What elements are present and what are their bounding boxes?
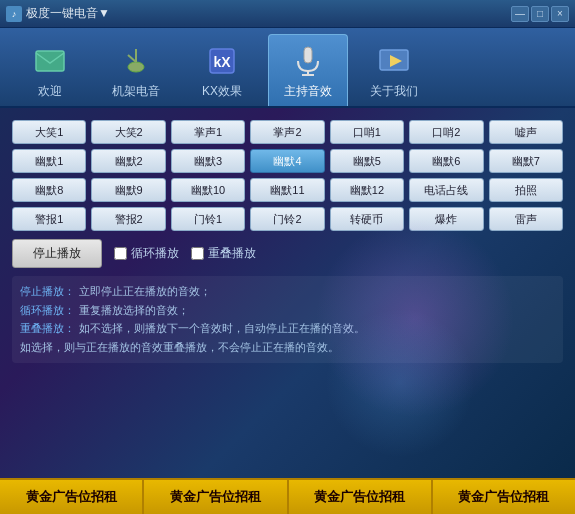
sound-btn-26[interactable]: 爆炸 xyxy=(409,207,483,231)
desc-line: 重叠播放：如不选择，则播放下一个音效时，自动停止正在播的音效。 xyxy=(20,319,555,338)
sound-btn-19[interactable]: 电话占线 xyxy=(409,178,483,202)
ad-item-3[interactable]: 黄金广告位招租 xyxy=(433,480,575,514)
kx-label: KX效果 xyxy=(202,83,242,100)
svg-rect-0 xyxy=(36,51,64,71)
desc-text: 如不选择，则播放下一个音效时，自动停止正在播的音效。 xyxy=(79,319,365,338)
desc-text: 立即停止正在播放的音效； xyxy=(79,282,211,301)
sound-grid: 大笑1大笑2掌声1掌声2口哨1口哨2嘘声幽默1幽默2幽默3幽默4幽默5幽默6幽默… xyxy=(12,120,563,231)
sound-btn-1[interactable]: 大笑2 xyxy=(91,120,165,144)
sound-btn-25[interactable]: 转硬币 xyxy=(330,207,404,231)
nav-tab-kx[interactable]: kXKX效果 xyxy=(182,34,262,106)
sound-btn-0[interactable]: 大笑1 xyxy=(12,120,86,144)
nav-tab-about[interactable]: 关于我们 xyxy=(354,34,434,106)
sound-btn-11[interactable]: 幽默5 xyxy=(330,149,404,173)
nav-tab-welcome[interactable]: 欢迎 xyxy=(10,34,90,106)
sound-btn-5[interactable]: 口哨2 xyxy=(409,120,483,144)
title-bar-left: ♪ 极度一键电音▼ xyxy=(6,5,110,22)
repeat-label[interactable]: 重叠播放 xyxy=(191,245,256,262)
desc-label: 重叠播放： xyxy=(20,319,75,338)
sound-btn-8[interactable]: 幽默2 xyxy=(91,149,165,173)
desc-label: 循环播放： xyxy=(20,301,75,320)
sound-btn-6[interactable]: 嘘声 xyxy=(489,120,563,144)
sound-btn-15[interactable]: 幽默9 xyxy=(91,178,165,202)
about-label: 关于我们 xyxy=(370,83,418,100)
sound-btn-4[interactable]: 口哨1 xyxy=(330,120,404,144)
desc-line: 停止播放：立即停止正在播放的音效； xyxy=(20,282,555,301)
svg-line-3 xyxy=(128,55,136,62)
rack-icon xyxy=(118,43,154,79)
host-label: 主持音效 xyxy=(284,83,332,100)
main-content: 大笑1大笑2掌声1掌声2口哨1口哨2嘘声幽默1幽默2幽默3幽默4幽默5幽默6幽默… xyxy=(0,108,575,478)
nav-bar: 欢迎机架电音kXKX效果主持音效关于我们 xyxy=(0,28,575,108)
title-bar-controls: — □ × xyxy=(511,6,569,22)
stop-button[interactable]: 停止播放 xyxy=(12,239,102,268)
sound-btn-24[interactable]: 门铃2 xyxy=(250,207,324,231)
nav-tab-rack[interactable]: 机架电音 xyxy=(96,34,176,106)
desc-line: 循环播放：重复播放选择的音效； xyxy=(20,301,555,320)
welcome-label: 欢迎 xyxy=(38,83,62,100)
sound-btn-22[interactable]: 警报2 xyxy=(91,207,165,231)
sound-btn-17[interactable]: 幽默11 xyxy=(250,178,324,202)
sound-btn-21[interactable]: 警报1 xyxy=(12,207,86,231)
ad-item-2[interactable]: 黄金广告位招租 xyxy=(289,480,433,514)
about-icon xyxy=(376,43,412,79)
sound-btn-9[interactable]: 幽默3 xyxy=(171,149,245,173)
nav-tab-host[interactable]: 主持音效 xyxy=(268,34,348,106)
sound-btn-20[interactable]: 拍照 xyxy=(489,178,563,202)
sound-btn-16[interactable]: 幽默10 xyxy=(171,178,245,202)
sound-btn-18[interactable]: 幽默12 xyxy=(330,178,404,202)
sound-btn-2[interactable]: 掌声1 xyxy=(171,120,245,144)
app-title: 极度一键电音▼ xyxy=(26,5,110,22)
ad-item-0[interactable]: 黄金广告位招租 xyxy=(0,480,144,514)
svg-text:kX: kX xyxy=(213,54,231,70)
description-area: 停止播放：立即停止正在播放的音效；循环播放：重复播放选择的音效；重叠播放：如不选… xyxy=(12,276,563,363)
desc-text: 重复播放选择的音效； xyxy=(79,301,189,320)
sound-btn-27[interactable]: 雷声 xyxy=(489,207,563,231)
sound-btn-7[interactable]: 幽默1 xyxy=(12,149,86,173)
loop-label[interactable]: 循环播放 xyxy=(114,245,179,262)
sound-btn-23[interactable]: 门铃1 xyxy=(171,207,245,231)
control-row: 停止播放 循环播放 重叠播放 xyxy=(12,239,563,268)
title-bar: ♪ 极度一键电音▼ — □ × xyxy=(0,0,575,28)
desc-line: 如选择，则与正在播放的音效重叠播放，不会停止正在播的音效。 xyxy=(20,338,555,357)
sound-btn-3[interactable]: 掌声2 xyxy=(250,120,324,144)
sound-btn-10[interactable]: 幽默4 xyxy=(250,149,324,173)
desc-label: 停止播放： xyxy=(20,282,75,301)
welcome-icon xyxy=(32,43,68,79)
repeat-checkbox[interactable] xyxy=(191,247,204,260)
ad-item-1[interactable]: 黄金广告位招租 xyxy=(144,480,288,514)
host-icon xyxy=(290,43,326,79)
desc-text: 如选择，则与正在播放的音效重叠播放，不会停止正在播的音效。 xyxy=(20,338,339,357)
rack-label: 机架电音 xyxy=(112,83,160,100)
sound-btn-12[interactable]: 幽默6 xyxy=(409,149,483,173)
ad-bar: 黄金广告位招租黄金广告位招租黄金广告位招租黄金广告位招租 xyxy=(0,478,575,514)
svg-point-1 xyxy=(128,62,144,72)
svg-rect-6 xyxy=(304,47,312,63)
maximize-button[interactable]: □ xyxy=(531,6,549,22)
loop-checkbox[interactable] xyxy=(114,247,127,260)
close-button[interactable]: × xyxy=(551,6,569,22)
minimize-button[interactable]: — xyxy=(511,6,529,22)
kx-icon: kX xyxy=(204,43,240,79)
sound-btn-14[interactable]: 幽默8 xyxy=(12,178,86,202)
sound-btn-13[interactable]: 幽默7 xyxy=(489,149,563,173)
app-icon: ♪ xyxy=(6,6,22,22)
